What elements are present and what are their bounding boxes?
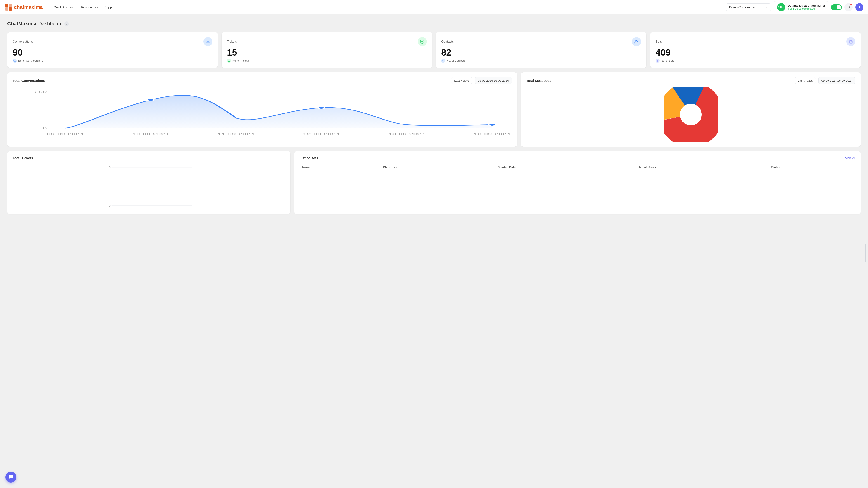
pie-chart-svg xyxy=(664,88,718,142)
history-icon: ↺ xyxy=(847,5,850,9)
svg-rect-12 xyxy=(849,41,852,43)
line-chart-area: 200 0 09-09-2024 10-09-2024 11-09-2024 1… xyxy=(13,88,512,137)
charts-row: Total Conversations Last 7 days 09-09-20… xyxy=(7,72,861,147)
bots-icon xyxy=(846,37,855,46)
nav-menu: Quick Access ▾ Resources ▾ Support ▾ xyxy=(51,4,722,11)
stat-card-contacts: Contacts 82 No. of Contacts xyxy=(436,32,647,68)
col-name: Name xyxy=(300,164,380,171)
svg-rect-6 xyxy=(13,60,16,61)
nav-resources[interactable]: Resources ▾ xyxy=(78,4,101,11)
stat-footer-bots: No. of Bots xyxy=(655,59,855,63)
svg-text:200: 200 xyxy=(35,91,47,93)
svg-text:11-09-2024: 11-09-2024 xyxy=(217,133,254,135)
logo-text: chatmaxima xyxy=(14,4,43,10)
org-selector[interactable]: Demo Corporation ▾ xyxy=(726,3,771,11)
stat-label-contacts: Contacts xyxy=(441,40,454,43)
stat-number-conversations: 90 xyxy=(13,48,213,57)
bottom-row: Total Tickets 10 0 List of Bots View xyxy=(7,151,861,214)
conversations-icon xyxy=(204,37,213,46)
svg-text:13-09-2024: 13-09-2024 xyxy=(388,133,425,135)
tickets-icon xyxy=(418,37,427,46)
help-icon[interactable]: ? xyxy=(64,22,69,26)
stat-label-bots: Bots xyxy=(655,40,662,43)
svg-point-33 xyxy=(669,93,712,136)
svg-rect-4 xyxy=(9,7,12,11)
navbar: chatmaxima Quick Access ▾ Resources ▾ Su… xyxy=(0,0,868,14)
col-platforms: Platforms xyxy=(380,164,495,171)
avatar[interactable]: A xyxy=(855,3,864,11)
stat-card-tickets: Tickets 15 No. of Tickets xyxy=(221,32,432,68)
bots-footer-icon xyxy=(655,59,659,63)
stat-label-tickets: Tickets xyxy=(227,40,237,43)
date-filter-conversations[interactable]: 09-09-2024-16-09-2024 xyxy=(475,77,512,84)
stat-footer-tickets: No. of Tickets xyxy=(227,59,427,63)
svg-text:10-09-2024: 10-09-2024 xyxy=(132,133,169,135)
svg-text:0: 0 xyxy=(109,204,111,207)
svg-point-10 xyxy=(637,40,638,41)
list-of-bots-card: List of Bots View All Name Platforms Cre… xyxy=(294,151,861,214)
history-button[interactable]: ↺ xyxy=(844,3,852,11)
svg-text:16-09-2024: 16-09-2024 xyxy=(473,133,510,135)
chevron-down-icon: ▾ xyxy=(73,6,74,8)
chevron-down-icon: ▾ xyxy=(116,6,118,8)
svg-text:09-09-2024: 09-09-2024 xyxy=(47,133,84,135)
col-status: Status xyxy=(769,164,855,171)
table-header-row: Name Platforms Created Date No.of Users … xyxy=(300,164,855,171)
total-tickets-card: Total Tickets 10 0 xyxy=(7,151,290,214)
svg-point-28 xyxy=(147,99,154,101)
main-content: ChatMaxima Dashboard ? Conversations 90 … xyxy=(0,14,868,220)
bar-chart-area: 10 0 xyxy=(13,164,285,209)
nav-support[interactable]: Support ▾ xyxy=(102,4,120,11)
bar-chart-svg: 10 0 xyxy=(13,164,285,209)
date-filter-messages[interactable]: 09-09-2024-16-09-2024 xyxy=(818,77,855,84)
getting-started-text: Get Started at ChatMaxima 6 of 6 steps c… xyxy=(787,4,825,10)
col-created-date: Created Date xyxy=(495,164,637,171)
chevron-down-icon: ▾ xyxy=(766,5,768,9)
svg-rect-1 xyxy=(5,4,8,7)
svg-point-30 xyxy=(489,124,495,126)
pie-chart-area xyxy=(526,88,855,142)
nav-quick-access[interactable]: Quick Access ▾ xyxy=(51,4,77,11)
view-all-button[interactable]: View All xyxy=(845,156,855,160)
section-title-bots: List of Bots xyxy=(300,156,318,160)
total-conversations-card: Total Conversations Last 7 days 09-09-20… xyxy=(7,72,517,147)
stats-grid: Conversations 90 No. of Conversations Ti… xyxy=(7,32,861,68)
stat-footer-conversations: No. of Conversations xyxy=(13,59,213,63)
toggle-button[interactable] xyxy=(831,4,842,10)
notification-dot xyxy=(850,4,852,5)
bots-table: Name Platforms Created Date No.of Users … xyxy=(300,164,855,171)
svg-point-8 xyxy=(228,60,230,62)
svg-point-13 xyxy=(850,39,851,40)
svg-point-9 xyxy=(636,40,637,41)
logo[interactable]: chatmaxima xyxy=(4,3,43,11)
stat-label-conversations: Conversations xyxy=(13,40,33,43)
svg-rect-3 xyxy=(9,4,12,7)
conversations-footer-icon xyxy=(13,59,17,63)
svg-rect-14 xyxy=(657,60,658,62)
svg-point-11 xyxy=(442,60,443,61)
svg-rect-5 xyxy=(206,40,210,43)
svg-text:10: 10 xyxy=(107,166,111,169)
chevron-down-icon: ▾ xyxy=(97,6,98,8)
stat-footer-contacts: No. of Contacts xyxy=(441,59,641,63)
svg-rect-38 xyxy=(112,205,192,206)
getting-started-bar[interactable]: 100% Get Started at ChatMaxima 6 of 6 st… xyxy=(774,1,828,13)
svg-text:0: 0 xyxy=(43,127,47,129)
navbar-right: Demo Corporation ▾ 100% Get Started at C… xyxy=(726,1,864,13)
stat-number-bots: 409 xyxy=(655,48,855,57)
contacts-icon xyxy=(632,37,641,46)
chart-title-conversations: Total Conversations xyxy=(13,78,448,83)
total-messages-card: Total Messages Last 7 days 09-09-2024-16… xyxy=(521,72,861,147)
filter-button-messages[interactable]: Last 7 days xyxy=(795,77,816,84)
svg-point-7 xyxy=(421,40,424,43)
stat-card-bots: Bots 409 No. of Bots xyxy=(650,32,861,68)
section-title-tickets: Total Tickets xyxy=(13,156,33,160)
stat-number-contacts: 82 xyxy=(441,48,641,57)
svg-rect-2 xyxy=(5,7,8,11)
chart-title-messages: Total Messages xyxy=(526,78,792,83)
svg-text:12-09-2024: 12-09-2024 xyxy=(303,133,340,135)
stat-card-conversations: Conversations 90 No. of Conversations xyxy=(7,32,218,68)
filter-button-conversations[interactable]: Last 7 days xyxy=(451,77,472,84)
svg-point-29 xyxy=(318,107,324,109)
progress-circle: 100% xyxy=(777,3,785,11)
